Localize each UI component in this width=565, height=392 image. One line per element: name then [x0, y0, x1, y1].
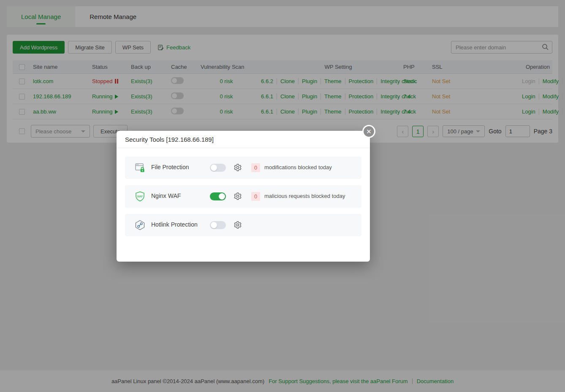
- nginx-waf-toggle[interactable]: [210, 192, 226, 200]
- gear-icon[interactable]: [234, 221, 242, 229]
- hotlink-protection-row: Hotlink Protection: [125, 214, 361, 236]
- file-protection-toggle[interactable]: [210, 164, 226, 172]
- blocked-stat-text: malicious requests blocked today: [264, 193, 345, 199]
- close-modal-button[interactable]: ✕: [362, 125, 375, 138]
- hotlink-protection-toggle[interactable]: [210, 221, 226, 229]
- modal-title: Security Tools [192.168.66.189]: [117, 131, 370, 148]
- gear-icon[interactable]: [234, 163, 242, 172]
- file-protection-label: File Protection: [151, 164, 189, 170]
- gear-icon[interactable]: [234, 192, 242, 200]
- file-protection-icon: [134, 162, 146, 173]
- nginx-waf-row: WAF Nginx WAF 0 malicious requests block…: [125, 185, 361, 208]
- hotlink-protection-icon: [134, 219, 146, 231]
- svg-text:WAF: WAF: [137, 195, 143, 198]
- file-protection-row: File Protection 0 modifications blocked …: [125, 157, 361, 179]
- security-tools-modal: ✕ Security Tools [192.168.66.189] File P…: [117, 131, 370, 262]
- blocked-count-badge: 0: [251, 163, 260, 172]
- blocked-stat-text: modifications blocked today: [264, 164, 332, 170]
- waf-shield-icon: WAF: [134, 191, 146, 202]
- close-icon: ✕: [366, 128, 372, 135]
- nginx-waf-label: Nginx WAF: [151, 192, 181, 199]
- blocked-count-badge: 0: [251, 192, 260, 201]
- hotlink-protection-label: Hotlink Protection: [151, 221, 198, 228]
